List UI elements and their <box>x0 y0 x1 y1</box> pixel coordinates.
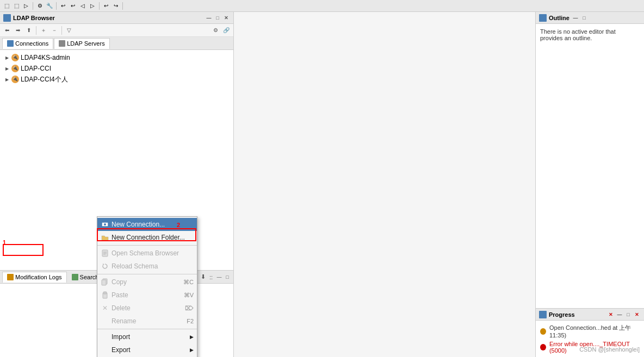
menu-sep-1 <box>97 245 197 246</box>
copy-label: Copy <box>112 278 181 286</box>
remove-icon[interactable]: － <box>49 26 59 35</box>
forward-icon[interactable]: ➡ <box>13 26 23 35</box>
new-connection-folder-icon <box>101 233 109 242</box>
search-logs-icon <box>72 274 78 280</box>
close-icon[interactable]: ✕ <box>222 14 230 22</box>
outline-icon <box>539 14 547 22</box>
ldap-servers-tab[interactable]: LDAP Servers <box>54 38 110 49</box>
progress-header: Progress ✕ — □ ✕ <box>536 309 644 321</box>
outline-minimize-icon[interactable]: — <box>572 14 579 22</box>
connections-label: Connections <box>15 40 48 47</box>
mod-logs-label: Modification Logs <box>15 274 62 280</box>
menu-item-new-connection-folder[interactable]: New Connection Folder... <box>97 231 197 244</box>
filter-icon[interactable]: ▽ <box>64 26 74 35</box>
toolbar-icon-2[interactable]: ⬚ <box>12 2 21 10</box>
menu-sep-2 <box>97 274 197 274</box>
menu-item-delete: ✕ Delete ⌦ <box>97 302 197 315</box>
outline-maximize-icon[interactable]: □ <box>580 14 588 22</box>
svg-rect-10 <box>103 292 107 294</box>
new-connection-label: New Connection... <box>112 221 194 228</box>
tree-item-ldapcci[interactable]: ▶ 🔌 LDAP-CCI <box>0 63 233 74</box>
progress-header-icons: ✕ — □ ✕ <box>607 311 641 318</box>
copy-shortcut: ⌘C <box>183 279 194 286</box>
copy-icon <box>101 278 109 286</box>
toolbar-icon-3[interactable]: ▷ <box>22 2 30 10</box>
toolbar-icon-9[interactable]: ▷ <box>88 2 97 10</box>
import-arrow: ▶ <box>190 334 194 340</box>
menu-item-paste: Paste ⌘V <box>97 289 197 302</box>
menu-item-import[interactable]: Import ▶ <box>97 330 197 343</box>
panel-header-icons: — □ ✕ <box>205 14 230 22</box>
tree-item-ldap4ks[interactable]: ▶ 🔌 LDAP4KS-admin <box>0 52 233 63</box>
rename-icon <box>101 317 109 325</box>
progress-minimize-icon[interactable]: — <box>616 311 623 318</box>
tree-item-ldapcci4[interactable]: ▶ 🔌 LDAP-CCI4个人 <box>0 74 233 85</box>
link-icon[interactable]: 🔗 <box>221 26 231 35</box>
modification-logs-tab[interactable]: Modification Logs <box>2 272 67 283</box>
toolbar-icon-7[interactable]: ↩ <box>69 2 77 10</box>
panel-header: LDAP Browser — □ ✕ <box>0 12 233 24</box>
delete-shortcut: ⌦ <box>185 305 194 312</box>
back-icon[interactable]: ⬅ <box>2 26 12 35</box>
connection-tabs: Connections LDAP Servers <box>0 37 233 50</box>
toolbar-icon-10[interactable]: ↩ <box>102 2 110 10</box>
toolbar-icon-6[interactable]: ↩ <box>59 2 67 10</box>
servers-icon <box>59 40 65 47</box>
panel-title: LDAP Browser <box>13 15 203 21</box>
paste-label: Paste <box>112 291 182 299</box>
toolbar-icon-1[interactable]: ⬚ <box>2 2 11 10</box>
import-icon <box>101 333 109 341</box>
progress-text-1: Open Connection...hed at 上午11:35) <box>549 324 640 339</box>
delete-label: Delete <box>112 304 183 312</box>
tree-icon-2: 🔌 <box>11 65 19 72</box>
label-number-2: 2 <box>177 222 180 228</box>
menu-item-export[interactable]: Export ▶ <box>97 343 197 356</box>
menu-item-new-connection[interactable]: New Connection... <box>97 218 197 231</box>
new-connection-folder-label: New Connection Folder... <box>112 234 194 241</box>
outline-header: Outline — □ <box>536 12 644 24</box>
delete-icon: ✕ <box>101 304 109 312</box>
browser-toolbar: ⬅ ➡ ⬆ ＋ － ▽ ⚙ 🔗 <box>0 24 233 37</box>
toolbar-sep-2 <box>56 2 57 10</box>
maximize-icon[interactable]: □ <box>214 14 221 22</box>
context-menu: New Connection... New Connection Folder.… <box>97 216 197 357</box>
export-arrow: ▶ <box>190 347 194 353</box>
menu-item-copy: Copy ⌘C <box>97 275 197 289</box>
toolbar-icon-8[interactable]: ◁ <box>78 2 87 10</box>
reload-schema-label: Reload Schema <box>112 262 194 270</box>
progress-close-icon[interactable]: ✕ <box>633 311 641 318</box>
bottom-toolbar-icon-4[interactable]: ⬇ <box>199 273 207 281</box>
tree-arrow-1: ▶ <box>4 55 10 60</box>
rename-shortcut: F2 <box>187 318 194 324</box>
toolbar-icon-11[interactable]: ↪ <box>112 2 120 10</box>
toolbar-icon-4[interactable]: ⚙ <box>35 2 44 10</box>
connections-tab[interactable]: Connections <box>2 38 53 49</box>
top-toolbar: ⬚ ⬚ ▷ ⚙ 🔧 ↩ ↩ ◁ ▷ ↩ ↪ <box>0 0 644 12</box>
progress-maximize-icon[interactable]: □ <box>624 311 632 318</box>
tree-arrow-2: ▶ <box>4 66 10 71</box>
csdn-watermark: CSDN @[shenhonglei] <box>579 346 640 353</box>
bottom-maximize-icon[interactable]: □ <box>224 273 231 281</box>
menu-item-reload-schema: Reload Schema <box>97 260 197 273</box>
bottom-minimize-icon[interactable]: — <box>215 273 223 281</box>
progress-icon <box>539 311 547 318</box>
settings-icon[interactable]: ⚙ <box>210 26 220 35</box>
outline-panel: Outline — □ There is no active editor th… <box>535 12 644 357</box>
connections-icon <box>7 40 14 47</box>
mod-logs-icon <box>7 274 14 280</box>
center-content <box>234 12 535 357</box>
toolbar-sep-1 <box>33 2 33 10</box>
up-icon[interactable]: ⬆ <box>24 26 34 35</box>
outline-title: Outline <box>549 15 569 21</box>
minimize-icon[interactable]: — <box>205 14 213 22</box>
toolbar-icon-5[interactable]: 🔧 <box>45 2 54 10</box>
add-icon[interactable]: ＋ <box>39 26 48 35</box>
tree-arrow-3: ▶ <box>4 77 10 82</box>
bt-sep-1 <box>36 26 36 35</box>
progress-status-icon-1 <box>540 328 546 335</box>
label-number-1: 1 <box>3 239 6 246</box>
progress-stop-icon[interactable]: ✕ <box>607 311 615 318</box>
bottom-toolbar-icon-5[interactable]: :: <box>207 273 215 281</box>
import-label: Import <box>112 333 188 341</box>
tree-label-3: LDAP-CCI4个人 <box>21 75 68 84</box>
